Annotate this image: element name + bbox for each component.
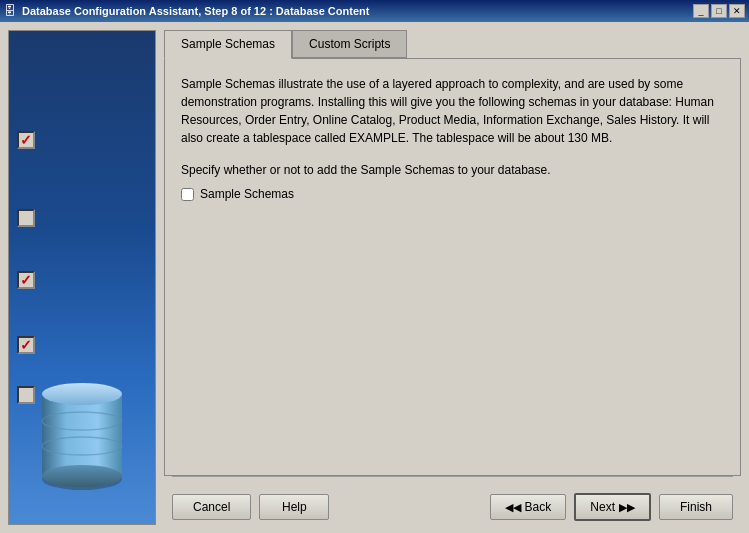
title-bar: 🗄 Database Configuration Assistant, Step… — [0, 0, 749, 22]
database-image — [37, 376, 127, 494]
finish-button[interactable]: Finish — [659, 494, 733, 520]
window-controls: _ □ ✕ — [693, 4, 745, 18]
specify-text: Specify whether or not to add the Sample… — [181, 163, 724, 177]
button-bar-left: Cancel Help — [172, 494, 329, 520]
description-text: Sample Schemas illustrate the use of a l… — [181, 75, 724, 147]
check-box-1[interactable] — [17, 131, 35, 149]
left-panel — [8, 30, 156, 525]
main-container: Sample Schemas Custom Scripts Sample Sch… — [0, 22, 749, 533]
svg-rect-1 — [42, 394, 122, 476]
help-button[interactable]: Help — [259, 494, 329, 520]
check-box-5[interactable] — [17, 386, 35, 404]
minimize-button[interactable]: _ — [693, 4, 709, 18]
back-label: Back — [525, 500, 552, 514]
left-check-2[interactable] — [17, 209, 35, 227]
left-check-1[interactable] — [17, 131, 35, 149]
next-arrow-icon: ▶▶ — [619, 501, 635, 514]
button-bar-right: ◀◀ Back Next ▶▶ Finish — [490, 493, 733, 521]
tab-sample-schemas[interactable]: Sample Schemas — [164, 30, 292, 59]
tab-custom-scripts[interactable]: Custom Scripts — [292, 30, 407, 58]
sample-schemas-row: Sample Schemas — [181, 187, 724, 201]
close-button[interactable]: ✕ — [729, 4, 745, 18]
db-svg — [37, 376, 127, 491]
tab-bar: Sample Schemas Custom Scripts — [164, 30, 741, 58]
back-button[interactable]: ◀◀ Back — [490, 494, 567, 520]
left-check-3[interactable] — [17, 271, 35, 289]
next-button[interactable]: Next ▶▶ — [574, 493, 651, 521]
left-check-4[interactable] — [17, 336, 35, 354]
app-icon: 🗄 — [4, 4, 18, 18]
svg-point-2 — [42, 383, 122, 405]
check-box-2[interactable] — [17, 209, 35, 227]
back-arrow-icon: ◀◀ — [505, 501, 521, 514]
sample-schemas-label: Sample Schemas — [200, 187, 294, 201]
sample-schemas-checkbox[interactable] — [181, 188, 194, 201]
separator — [172, 476, 733, 477]
left-check-5[interactable] — [17, 386, 35, 404]
maximize-button[interactable]: □ — [711, 4, 727, 18]
cancel-button[interactable]: Cancel — [172, 494, 251, 520]
next-label: Next — [590, 500, 615, 514]
content-area: Sample Schemas illustrate the use of a l… — [164, 58, 741, 476]
button-bar: Cancel Help ◀◀ Back Next ▶▶ Finish — [164, 485, 741, 525]
svg-point-3 — [42, 465, 122, 487]
check-box-3[interactable] — [17, 271, 35, 289]
check-box-4[interactable] — [17, 336, 35, 354]
title-bar-text: Database Configuration Assistant, Step 8… — [22, 5, 369, 17]
right-panel: Sample Schemas Custom Scripts Sample Sch… — [164, 30, 741, 525]
